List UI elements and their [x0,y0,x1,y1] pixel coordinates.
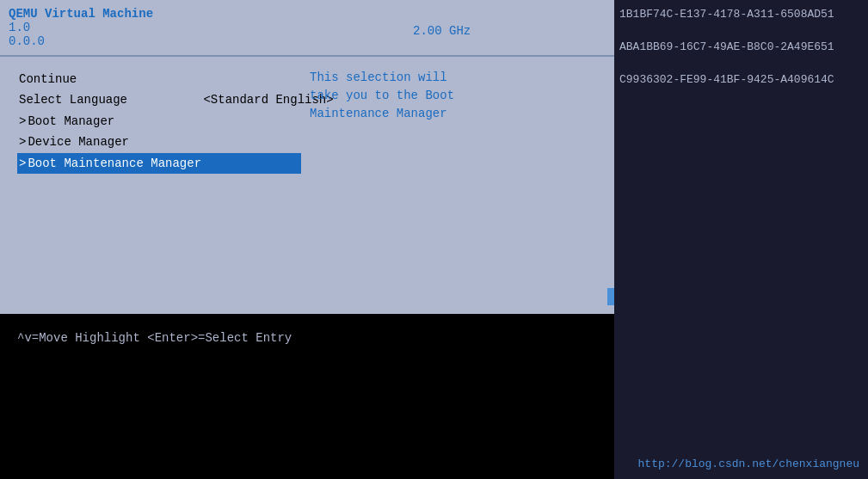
menu-area: Continue Select Language <Standard Engli… [0,60,614,182]
frequency: 2.00 GHz [413,24,471,38]
menu-item-device-manager[interactable]: > Device Manager [17,132,301,152]
machine-name: QEMU Virtual Machine [9,7,606,21]
info-panel: This selection will take you to the Boot… [301,69,614,174]
version-line: 1.0 [9,21,606,34]
menu-item-boot-maintenance-manager[interactable]: > Boot Maintenance Manager [17,153,301,174]
menu-left: Continue Select Language <Standard Engli… [0,69,301,174]
guid-2: ABA1BB69-16C7-49AE-B8C0-2A49E651 [619,40,834,53]
boot-manager-label: Boot Manager [28,112,114,131]
continue-label: Continue [19,72,77,86]
scroll-handle[interactable] [607,288,614,305]
select-language-label: Select Language [19,93,127,107]
guid-entry-1: 1B1BF74C-E137-4178-A311-6508AD51 [619,7,863,22]
help-text: ^v=Move Highlight <Enter>=Select Entry [0,322,614,345]
header-divider [0,55,614,57]
info-text: This selection will take you to the Boot… [310,69,606,123]
bottom-area: ^v=Move Highlight <Enter>=Select Entry [0,314,614,479]
menu-item-continue[interactable]: Continue [17,69,301,89]
header-info: QEMU Virtual Machine 1.0 0.0.0 2.00 GHz [0,0,614,52]
arrow-icon: > [19,112,26,131]
menu-item-boot-manager[interactable]: > Boot Manager [17,111,301,132]
version2: 0.0.0 [9,34,606,48]
guid-1: 1B1BF74C-E137-4178-A311-6508AD51 [619,8,834,21]
device-manager-label: Device Manager [28,132,129,151]
menu-item-select-language[interactable]: Select Language <Standard English> [17,89,301,110]
guid-entry-3: C9936302-FE99-41BF-9425-A409614C [619,72,863,88]
url-text: http://blog.csdn.net/chenxiangneu [638,458,859,470]
guid-entry-2: ABA1BB69-16C7-49AE-B8C0-2A49E651 [619,40,863,55]
arrow-icon-2: > [19,132,26,151]
main-panel: QEMU Virtual Machine 1.0 0.0.0 2.00 GHz … [0,0,614,314]
boot-maintenance-manager-label: Boot Maintenance Manager [28,154,201,173]
bottom-guid-panel: http://blog.csdn.net/chenxiangneu [614,314,868,479]
arrow-icon-3: > [19,154,26,173]
guid-3: C9936302-FE99-41BF-9425-A409614C [619,73,834,86]
version1: 1.0 [9,21,30,34]
